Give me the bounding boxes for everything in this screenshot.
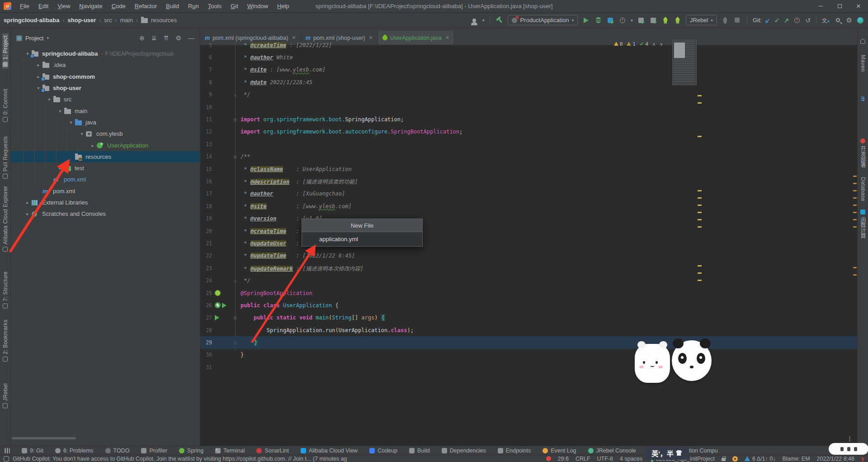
next-issue-icon[interactable]: ∨	[660, 42, 663, 47]
tool-stripe-maven[interactable]: Maven	[860, 53, 866, 74]
tree-item-pom.xml[interactable]: mpom.xml	[11, 174, 200, 185]
code-line-16[interactable]: 16 * @description : [描述说明该类的功能]	[200, 175, 857, 187]
code-line-17[interactable]: 17 * @author : [XuGuangchao]	[200, 188, 857, 200]
chevron-right-icon[interactable]: ▸	[56, 166, 64, 171]
warning-stripe-mark[interactable]	[698, 95, 702, 96]
code-line-22[interactable]: 22 * @updateTime : [2022/1/22 8:45]	[200, 250, 857, 262]
status-widget-29-6[interactable]: 29:6	[558, 456, 569, 462]
git-rollback-icon[interactable]: ↺	[805, 17, 811, 24]
tree-item-springcloud-alibaba[interactable]: ▾springcloud-alibaba - F:\IDEAProject\sp…	[11, 48, 200, 59]
git-push-icon[interactable]: ↗	[784, 17, 789, 24]
chevron-down-icon[interactable]: ▾	[56, 109, 64, 114]
code-line-20[interactable]: 20 * @createTime : [2022/1/22 8:45]	[200, 225, 857, 237]
line-number[interactable]: 13	[200, 141, 212, 148]
chevron-right-icon[interactable]: ▸	[24, 200, 32, 205]
breadcrumb-item-resources[interactable]: resources	[151, 17, 177, 24]
run-button[interactable]	[582, 16, 590, 24]
project-view-dropdown-icon[interactable]: ▾	[47, 36, 49, 40]
code-line-18[interactable]: 18 * @site : [www.ylesb.com]	[200, 200, 857, 212]
line-number[interactable]: 12	[200, 129, 212, 135]
status-widget-6-1-0-[interactable]: 6 Δ/1↑ 0↓	[745, 456, 775, 462]
tool-window-button-terminal[interactable]: Terminal	[215, 448, 245, 454]
horizontal-scrollbar[interactable]	[12, 437, 76, 439]
error-stripe-mark[interactable]	[853, 212, 857, 213]
tool-window-button-sonarlint[interactable]: SonarLint	[256, 448, 289, 454]
tool-window-button-codeup[interactable]: Codeup	[369, 448, 397, 454]
line-number[interactable]: 9	[200, 91, 212, 98]
status-widget-sync[interactable]	[732, 456, 738, 462]
status-widget-2022-1-22-8-46[interactable]: 2022/1/22 8:46	[817, 456, 854, 462]
tree-item-shop-commom[interactable]: ▸shop-commom	[11, 71, 200, 82]
code-line-10[interactable]: 10	[200, 101, 857, 113]
menu-navigate[interactable]: Navigate	[75, 1, 106, 11]
tree-item-.idea[interactable]: ▸.idea	[11, 59, 200, 71]
spring-gutter-icon[interactable]	[215, 302, 221, 308]
line-number[interactable]: 24	[200, 277, 212, 284]
line-number[interactable]: 11	[200, 116, 212, 123]
menu-git[interactable]: Git	[226, 1, 242, 11]
locate-file-icon[interactable]: ⊕	[139, 34, 145, 42]
tree-item-scratches-and-consoles[interactable]: ▸Scratches and Consoles	[11, 208, 200, 219]
status-widget-reddot[interactable]	[546, 456, 551, 461]
line-number[interactable]: 14	[200, 153, 212, 160]
menu-view[interactable]: View	[53, 1, 74, 11]
run-configuration-select[interactable]: ProductApplication ▾	[508, 15, 578, 25]
chevron-down-icon[interactable]: ▾	[45, 97, 53, 102]
code-line-31[interactable]: 31	[200, 361, 857, 373]
tool-window-button-profiler[interactable]: Profiler	[141, 448, 167, 454]
spring-gutter-icon[interactable]	[215, 290, 221, 296]
line-number[interactable]: 21	[200, 240, 212, 247]
git-update-icon[interactable]: ↙	[765, 17, 770, 24]
menu-help[interactable]: Help	[273, 1, 293, 11]
breadcrumb-item-main[interactable]: main	[120, 17, 133, 24]
code-line-7[interactable]: 7 * @site : [www.ylesb.com]	[200, 64, 857, 76]
tool-stripe-函数计算[interactable]: 函数计算	[859, 208, 867, 241]
fold-marker[interactable]: ⊟	[232, 154, 238, 159]
tool-stripe-bell[interactable]	[860, 37, 865, 46]
error-stripe-mark[interactable]	[853, 205, 857, 206]
code-line-11[interactable]: 11⊟import org.springframework.boot.Sprin…	[200, 113, 857, 125]
warning-stripe-mark[interactable]	[698, 219, 702, 220]
tool-stripe-database[interactable]: Database	[860, 175, 866, 203]
line-number[interactable]: 17	[200, 191, 212, 197]
line-number[interactable]: 20	[200, 228, 212, 234]
profiler-dropdown-icon[interactable]: ▾	[631, 18, 633, 23]
warning-stripe-mark[interactable]	[698, 190, 702, 191]
status-widget-crlf[interactable]: CRLF	[576, 456, 590, 462]
settings-gear-icon[interactable]: ⚙	[846, 16, 852, 24]
tool-stripe-2-bookmarks[interactable]: 2: Bookmarks	[2, 318, 9, 363]
tool-stripe-maven-m[interactable]: m	[860, 95, 866, 103]
jrebel-select[interactable]: JRebel ▾	[686, 15, 717, 25]
line-number[interactable]: 23	[200, 265, 212, 271]
line-number[interactable]: 8	[200, 79, 212, 86]
tool-stripe-alibaba-cloud-explorer[interactable]: Alibaba Cloud Explorer	[2, 184, 9, 253]
fold-marker[interactable]: ⌂	[232, 278, 238, 283]
line-number[interactable]: 27	[200, 314, 212, 321]
git-history-icon[interactable]	[793, 16, 801, 24]
code-line-30[interactable]: 30}	[200, 349, 857, 361]
code-minimap[interactable]	[672, 40, 697, 85]
search-icon[interactable]	[834, 16, 842, 24]
inspections-widget[interactable]: 8 1 ✓4 ∧ ∨	[614, 41, 663, 47]
code-line-9[interactable]: 9⌂ */	[200, 89, 857, 101]
line-number[interactable]: 31	[200, 364, 212, 371]
code-line-6[interactable]: 6 * @author White	[200, 51, 857, 63]
status-widget-y[interactable]: y	[861, 455, 864, 462]
minimize-icon[interactable]	[811, 0, 830, 12]
code-line-12[interactable]: 12import org.springframework.boot.autoco…	[200, 126, 857, 138]
code-line-13[interactable]: 13	[200, 138, 857, 150]
line-number[interactable]: 19	[200, 215, 212, 222]
collapse-all-icon[interactable]: ⇈	[164, 34, 169, 42]
tool-stripe-pull-requests[interactable]: Pull Requests	[2, 134, 9, 181]
close-icon[interactable]: ✕	[849, 0, 868, 12]
code-line-21[interactable]: 21 * @updateUser : [XuGuangchao]	[200, 237, 857, 249]
warning-stripe-mark[interactable]	[698, 212, 702, 213]
debug-button[interactable]	[594, 16, 602, 24]
tool-window-button-endpoints[interactable]: Endpoints	[498, 448, 531, 454]
tool-window-button-alibaba-cloud-view[interactable]: Alibaba Cloud View	[301, 448, 358, 454]
status-message[interactable]: GitHub Copilot: You don't have access to…	[13, 456, 347, 462]
status-widget-lock[interactable]	[722, 456, 726, 461]
line-number[interactable]: 18	[200, 203, 212, 210]
tool-window-button-jrebel-console[interactable]: JRebel Console	[588, 448, 636, 454]
tree-item-userapplication[interactable]: ▸UserApplication	[11, 139, 200, 151]
